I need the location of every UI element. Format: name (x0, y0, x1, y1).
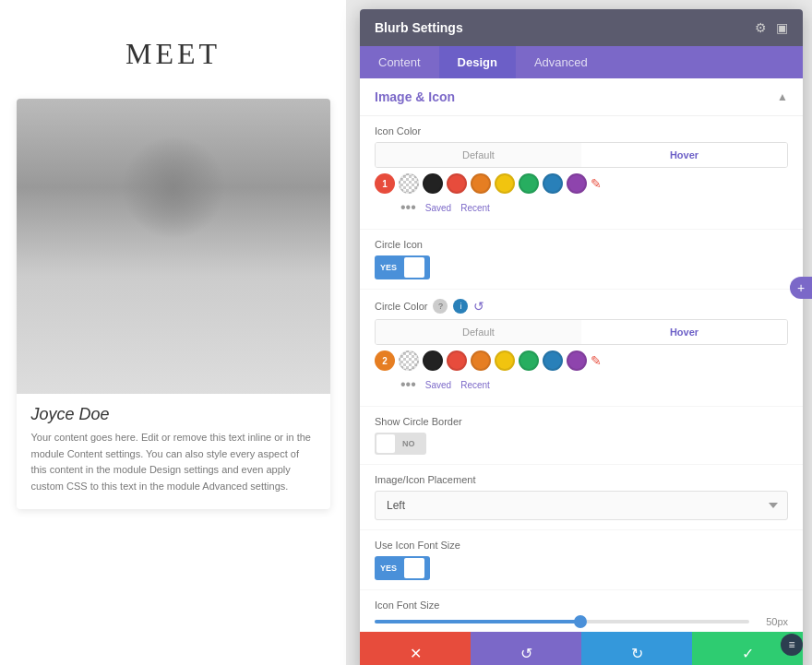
circle-color-default-tab[interactable]: Default (376, 320, 581, 344)
swatch-blue-2[interactable] (543, 350, 563, 371)
show-circle-border-toggle[interactable]: NO (375, 433, 426, 455)
bottom-corner-button[interactable]: ≡ (781, 634, 803, 656)
cancel-button[interactable]: ✕ (360, 632, 471, 665)
toggle-off-handle (376, 434, 395, 453)
info-icon[interactable]: i (453, 299, 468, 314)
circle-color-field: Circle Color ? i ↺ Default Hover 2 ✎ (360, 290, 803, 407)
swatch-blue-1[interactable] (543, 173, 563, 194)
show-circle-border-label: Show Circle Border (375, 416, 788, 427)
panel-tabs: Content Design Advanced (360, 46, 803, 78)
slider-row: 50px (375, 616, 788, 627)
saved-label-1[interactable]: Saved (425, 203, 451, 213)
use-icon-font-toggle-handle (404, 558, 424, 578)
redo-icon: ↻ (631, 645, 643, 662)
recent-label-2[interactable]: Recent (460, 380, 490, 390)
color-badge-2: 2 (375, 350, 395, 371)
icon-font-size-label: Icon Font Size (375, 600, 788, 611)
panel-header-icons: ⚙ ▣ (755, 20, 788, 35)
swatch-orange-2[interactable] (471, 350, 491, 371)
use-icon-font-size-label: Use Icon Font Size (375, 540, 788, 551)
swatch-black-1[interactable] (423, 173, 443, 194)
color-dots-btn-2[interactable]: ••• (400, 376, 416, 393)
icon-color-label: Icon Color (375, 125, 788, 137)
help-icon[interactable]: ? (433, 299, 448, 314)
swatch-black-2[interactable] (423, 350, 443, 371)
panel-title: Blurb Settings (375, 20, 463, 35)
circle-color-tab-toggle: Default Hover (375, 319, 788, 345)
panel-header: Blurb Settings ⚙ ▣ (360, 9, 803, 46)
reset-icon[interactable]: ↺ (473, 299, 484, 314)
icon-color-default-tab[interactable]: Default (376, 143, 581, 167)
placement-select[interactable]: Left Right Top Bottom (375, 491, 788, 520)
swatch-checkered-2[interactable] (399, 350, 419, 371)
color-row-1: 1 ✎ (375, 168, 788, 199)
use-icon-font-yes-label: YES (375, 564, 402, 573)
profile-name: Joyce Doe (17, 394, 330, 430)
edge-add-button[interactable]: + (790, 277, 812, 299)
slider-track[interactable] (375, 620, 749, 623)
swatch-orange-1[interactable] (471, 173, 491, 194)
cancel-icon: ✕ (410, 645, 422, 662)
section-collapse-icon[interactable]: ▲ (777, 90, 788, 103)
profile-text: Your content goes here. Edit or remove t… (17, 430, 330, 509)
swatch-purple-1[interactable] (567, 173, 587, 194)
color-pencil-2[interactable]: ✎ (591, 353, 602, 368)
page-background: MEET Joyce Doe Your content goes here. E… (0, 0, 346, 665)
swatch-red-2[interactable] (447, 350, 467, 371)
tab-content[interactable]: Content (360, 46, 439, 78)
swatch-yellow-1[interactable] (495, 173, 515, 194)
show-circle-border-field: Show Circle Border NO (360, 407, 803, 465)
color-dots-btn-1[interactable]: ••• (400, 199, 416, 216)
swatch-green-1[interactable] (519, 173, 539, 194)
page-title: MEET (107, 0, 239, 89)
use-icon-font-size-toggle[interactable]: YES (375, 556, 430, 580)
saved-label-2[interactable]: Saved (425, 380, 451, 390)
circle-icon-toggle[interactable]: YES (375, 255, 430, 279)
profile-image (17, 99, 330, 394)
color-badge-1: 1 (375, 173, 395, 194)
profile-card: Joyce Doe Your content goes here. Edit o… (17, 99, 330, 509)
placement-field: Image/Icon Placement Left Right Top Bott… (360, 465, 803, 530)
color-row-2: 2 ✎ (375, 345, 788, 376)
toggle-yes-label: YES (375, 263, 402, 272)
swatch-yellow-2[interactable] (495, 350, 515, 371)
circle-icon-label: Circle Icon (375, 239, 788, 250)
layout-icon[interactable]: ▣ (776, 20, 788, 35)
undo-icon: ↺ (520, 645, 532, 662)
swatch-red-1[interactable] (447, 173, 467, 194)
slider-fill (375, 620, 580, 623)
swatch-purple-2[interactable] (567, 350, 587, 371)
section-header: Image & Icon ▲ (360, 78, 803, 116)
icon-color-hover-tab[interactable]: Hover (581, 143, 787, 167)
panel-footer: ✕ ↺ ↻ ✓ (360, 632, 803, 665)
settings-panel: Blurb Settings ⚙ ▣ Content Design Advanc… (360, 9, 803, 665)
icon-color-tab-toggle: Default Hover (375, 142, 788, 168)
circle-icon-field: Circle Icon YES (360, 230, 803, 290)
circle-icon-toggle-row: YES (375, 255, 788, 279)
use-icon-font-size-field: Use Icon Font Size YES (360, 530, 803, 590)
color-pencil-1[interactable]: ✎ (591, 176, 602, 191)
image-silhouette (17, 99, 330, 394)
circle-color-label: Circle Color (375, 301, 427, 312)
show-circle-border-toggle-row: NO (375, 433, 788, 455)
undo-button[interactable]: ↺ (471, 632, 581, 665)
tab-design[interactable]: Design (439, 46, 516, 78)
swatch-checkered-1[interactable] (399, 173, 419, 194)
icon-color-field: Icon Color Default Hover 1 ✎ ••• Save (360, 116, 803, 230)
placement-label: Image/Icon Placement (375, 474, 788, 485)
recent-label-1[interactable]: Recent (460, 203, 490, 213)
slider-value: 50px (758, 616, 788, 627)
save-icon: ✓ (742, 645, 754, 662)
circle-color-label-row: Circle Color ? i ↺ (375, 299, 788, 314)
tab-advanced[interactable]: Advanced (516, 46, 606, 78)
settings-icon[interactable]: ⚙ (755, 20, 767, 35)
panel-body: Image & Icon ▲ Icon Color Default Hover … (360, 78, 803, 632)
swatch-green-2[interactable] (519, 350, 539, 371)
circle-color-hover-tab[interactable]: Hover (581, 320, 787, 344)
toggle-no-label: NO (397, 439, 421, 448)
section-title: Image & Icon (375, 89, 455, 104)
slider-thumb[interactable] (574, 615, 587, 628)
toggle-handle (404, 257, 424, 278)
use-icon-font-size-toggle-row: YES (375, 556, 788, 580)
redo-button[interactable]: ↻ (581, 632, 692, 665)
